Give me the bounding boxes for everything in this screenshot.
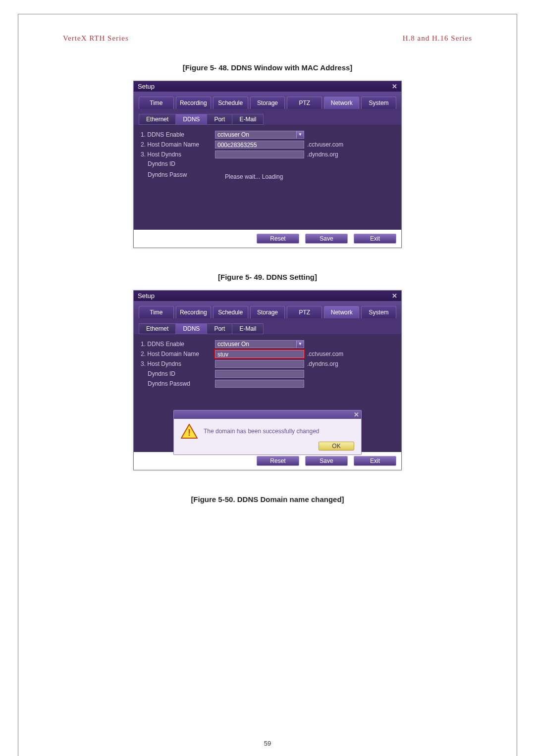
subtab-ethernet[interactable]: Ethernet [139, 323, 175, 334]
tab-network[interactable]: Network [324, 97, 359, 109]
exit-button[interactable]: Exit [354, 456, 396, 466]
tab-ptz[interactable]: PTZ [287, 306, 322, 318]
subtab-email[interactable]: E-Mail [232, 323, 264, 334]
subtab-email[interactable]: E-Mail [232, 114, 264, 125]
ddns-enable-dropdown[interactable]: cctvuser On ▼ [215, 131, 304, 139]
host-domain-input[interactable]: 000c28363255 [215, 141, 304, 149]
header-left: VerteX RTH Series [63, 34, 129, 43]
sub-tab-row: Ethernet DDNS Port E-Mail [134, 318, 401, 334]
close-icon[interactable]: ✕ [392, 292, 397, 300]
tab-storage[interactable]: Storage [250, 97, 285, 109]
label-host-dyndns: 3. Host Dyndns [141, 151, 215, 158]
chevron-down-icon: ▼ [296, 131, 304, 138]
ddns-enable-dropdown[interactable]: cctvuser On ▼ [215, 340, 304, 348]
tab-schedule[interactable]: Schedule [213, 97, 248, 109]
subtab-port[interactable]: Port [207, 323, 232, 334]
tab-system[interactable]: System [361, 97, 396, 109]
save-button[interactable]: Save [305, 456, 348, 466]
main-tab-row: Time Recording Schedule Storage PTZ Netw… [134, 301, 401, 318]
sub-tab-row: Ethernet DDNS Port E-Mail [134, 109, 401, 125]
page-number: 59 [18, 740, 517, 747]
tab-network[interactable]: Network [324, 306, 359, 318]
ddns-enable-value: cctvuser On [217, 340, 249, 348]
suffix-dyndns: .dyndns.org [307, 360, 338, 367]
label-ddns-enable: 1. DDNS Enable [141, 341, 215, 348]
ok-button[interactable]: OK [319, 442, 354, 451]
tab-ptz[interactable]: PTZ [287, 97, 322, 109]
label-ddns-enable: 1. DDNS Enable [141, 131, 215, 138]
ddns-enable-value: cctvuser On [217, 131, 249, 139]
suffix-cctvuser: .cctvuser.com [307, 141, 343, 148]
subtab-port[interactable]: Port [207, 114, 232, 125]
tab-recording[interactable]: Recording [176, 97, 211, 109]
figure-48-caption: [Figure 5- 48. DDNS Window with MAC Addr… [63, 63, 472, 72]
dyndns-passwd-input[interactable] [215, 380, 304, 388]
header-right: H.8 and H.16 Series [403, 34, 472, 43]
host-domain-input[interactable]: stuv [215, 350, 304, 358]
label-dyndns-id: Dyndns ID [141, 160, 215, 167]
setup-window-fig49: Setup ✕ Time Recording Schedule Storage … [133, 290, 402, 470]
label-dyndns-pw: Dyndns Passw [141, 171, 215, 178]
confirm-popup: ✕ ! The domain has been successfully cha… [173, 410, 362, 455]
save-button[interactable]: Save [305, 234, 348, 244]
tab-time[interactable]: Time [139, 306, 174, 318]
suffix-dyndns: .dyndns.org [307, 151, 338, 158]
window-title: Setup [138, 292, 155, 300]
tab-system[interactable]: System [361, 306, 396, 318]
figure-50-caption: [Figure 5-50. DDNS Domain name changed] [63, 495, 472, 504]
host-dyndns-input[interactable] [215, 151, 304, 158]
subtab-ddns[interactable]: DDNS [175, 323, 207, 334]
warning-icon: ! [181, 424, 198, 439]
reset-button[interactable]: Reset [257, 234, 299, 244]
setup-window-fig48: Setup ✕ Time Recording Schedule Storage … [133, 81, 402, 248]
subtab-ethernet[interactable]: Ethernet [139, 114, 175, 125]
label-dyndns-id: Dyndns ID [141, 370, 215, 377]
label-host-domain: 2. Host Domain Name [141, 351, 215, 357]
subtab-ddns[interactable]: DDNS [175, 114, 207, 125]
label-host-domain: 2. Host Domain Name [141, 141, 215, 148]
loading-text: Please wait... Loading [225, 173, 283, 180]
close-icon[interactable]: ✕ [354, 411, 359, 418]
popup-message: The domain has been successfully changed [204, 428, 354, 435]
svg-text:!: ! [188, 428, 191, 438]
host-dyndns-input[interactable] [215, 360, 304, 368]
dyndns-id-input[interactable] [215, 370, 304, 378]
figure-49-caption: [Figure 5- 49. DDNS Setting] [63, 273, 472, 281]
tab-schedule[interactable]: Schedule [213, 306, 248, 318]
close-icon[interactable]: ✕ [392, 83, 397, 90]
reset-button[interactable]: Reset [257, 456, 299, 466]
window-title: Setup [138, 83, 155, 90]
tab-time[interactable]: Time [139, 97, 174, 109]
suffix-cctvuser: .cctvuser.com [307, 351, 343, 357]
exit-button[interactable]: Exit [354, 234, 396, 244]
tab-recording[interactable]: Recording [176, 306, 211, 318]
chevron-down-icon: ▼ [296, 341, 304, 348]
main-tab-row: Time Recording Schedule Storage PTZ Netw… [134, 92, 401, 109]
tab-storage[interactable]: Storage [250, 306, 285, 318]
label-host-dyndns: 3. Host Dyndns [141, 360, 215, 367]
label-dyndns-pw: Dyndns Passwd [141, 380, 215, 387]
